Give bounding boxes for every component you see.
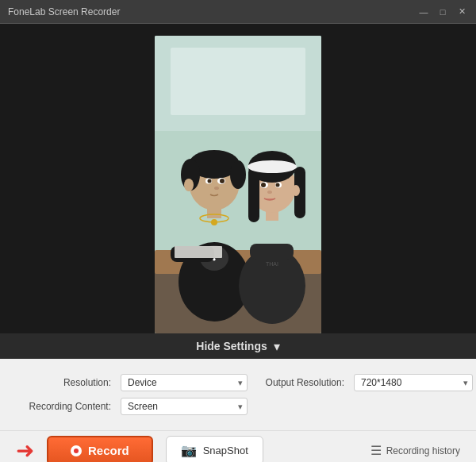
svg-point-28 xyxy=(220,179,225,183)
bottom-toolbar: ➜ Record 📷 SnapShot ☰ Recording history xyxy=(0,430,476,462)
svg-rect-2 xyxy=(171,48,305,115)
camera-icon: 📷 xyxy=(181,443,197,458)
recording-content-row: Recording Content: Screen xyxy=(16,398,460,415)
preview-image: ● xyxy=(155,36,321,333)
svg-rect-22 xyxy=(248,167,259,222)
output-resolution-select[interactable]: 720*1480 xyxy=(354,374,473,391)
recording-history-label: Recording history xyxy=(386,445,460,456)
settings-panel: Resolution: Device Output Resolution: 72… xyxy=(0,359,476,430)
svg-text:THAI: THAI xyxy=(266,261,278,267)
hide-settings-label: Hide Settings xyxy=(196,340,267,352)
recording-content-select[interactable]: Screen xyxy=(121,398,248,415)
svg-point-30 xyxy=(208,179,212,183)
close-button[interactable]: ✕ xyxy=(455,6,468,18)
video-preview: ● xyxy=(155,36,321,333)
resolution-row: Resolution: Device Output Resolution: 72… xyxy=(16,374,460,391)
svg-point-35 xyxy=(276,183,280,187)
svg-point-31 xyxy=(214,187,219,190)
resolution-label: Resolution: xyxy=(16,377,111,388)
svg-rect-17 xyxy=(175,246,222,258)
svg-rect-26 xyxy=(250,244,294,260)
svg-point-10 xyxy=(230,160,246,189)
main-content: ● xyxy=(0,24,476,359)
maximize-button[interactable]: □ xyxy=(436,6,449,18)
minimize-button[interactable]: — xyxy=(417,6,430,18)
svg-point-36 xyxy=(267,191,272,194)
output-resolution-select-wrapper[interactable]: 720*1480 xyxy=(354,374,473,391)
output-resolution-label: Output Resolution: xyxy=(257,377,344,388)
window-controls: — □ ✕ xyxy=(417,6,468,18)
snapshot-label: SnapShot xyxy=(203,445,248,456)
recording-history-button[interactable]: ☰ Recording history xyxy=(370,445,460,457)
title-bar: FoneLab Screen Recorder — □ ✕ xyxy=(0,0,476,24)
snapshot-button[interactable]: 📷 SnapShot xyxy=(166,436,263,462)
chevron-down-icon: ▾ xyxy=(274,339,280,354)
hide-settings-bar[interactable]: Hide Settings ▾ xyxy=(0,333,476,359)
svg-point-11 xyxy=(184,179,194,191)
svg-point-24 xyxy=(248,160,297,173)
svg-point-13 xyxy=(211,219,217,225)
arrow-wrapper: ➜ xyxy=(16,440,34,462)
record-dot-icon xyxy=(71,445,82,456)
menu-icon: ☰ xyxy=(370,445,382,457)
recording-content-label: Recording Content: xyxy=(16,401,111,412)
resolution-select-wrapper[interactable]: Device xyxy=(121,374,248,391)
svg-point-33 xyxy=(261,183,266,187)
arrow-right-icon: ➜ xyxy=(16,440,34,462)
record-label: Record xyxy=(88,444,129,457)
resolution-select[interactable]: Device xyxy=(121,374,248,391)
svg-point-25 xyxy=(292,185,300,196)
preview-area: ● xyxy=(0,24,476,333)
record-button[interactable]: Record xyxy=(47,436,153,462)
app-title: FoneLab Screen Recorder xyxy=(8,6,120,17)
recording-content-select-wrapper[interactable]: Screen xyxy=(121,398,248,415)
